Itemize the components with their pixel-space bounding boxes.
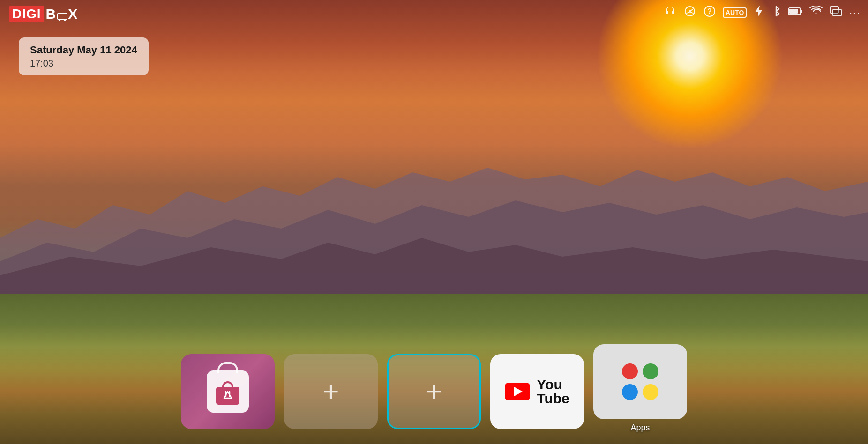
- svg-text:?: ?: [707, 7, 712, 15]
- help-icon[interactable]: ?: [703, 5, 716, 21]
- apps-dot-blue: [622, 384, 638, 400]
- logo: DIGI BX: [9, 6, 78, 22]
- bluetooth-icon[interactable]: [771, 5, 781, 21]
- datetime-time: 17:03: [30, 58, 137, 69]
- add-slot-1-wrapper[interactable]: +: [284, 354, 378, 429]
- dock-item-add-2[interactable]: +: [387, 354, 481, 433]
- battery-icon[interactable]: [788, 6, 803, 19]
- logo-box-text: BX: [46, 6, 79, 22]
- svg-rect-13: [216, 387, 239, 405]
- auto-icon[interactable]: AUTO: [723, 7, 747, 18]
- svg-rect-10: [789, 9, 798, 14]
- plus-symbol-1: +: [322, 377, 339, 406]
- datetime-date: Saturday May 11 2024: [30, 44, 137, 56]
- logo-x: X: [68, 6, 78, 22]
- apps-dot-green: [643, 363, 658, 379]
- apps-label: Apps: [630, 423, 650, 433]
- dock: + + You Tube: [0, 344, 868, 433]
- youtube-play-triangle: [514, 387, 523, 396]
- datetime-widget: Saturday May 11 2024 17:03: [19, 37, 149, 75]
- appstore-icon-wrapper[interactable]: [181, 354, 275, 429]
- apps-icon-wrapper[interactable]: [593, 344, 687, 419]
- svg-rect-12: [833, 9, 841, 16]
- dock-item-apps[interactable]: Apps: [593, 344, 687, 433]
- bolt-icon[interactable]: [753, 5, 764, 21]
- youtube-you-text: You: [537, 377, 569, 392]
- dock-item-appstore[interactable]: [181, 354, 275, 433]
- youtube-tube-text: Tube: [537, 392, 569, 406]
- logo-tv-icon: [57, 13, 67, 20]
- svg-line-5: [690, 9, 693, 11]
- dock-item-add-1[interactable]: +: [284, 354, 378, 433]
- wifi-icon[interactable]: [809, 6, 823, 19]
- apps-dot-red: [622, 363, 638, 379]
- add-slot-2-wrapper[interactable]: +: [387, 354, 481, 429]
- youtube-play-box: [505, 383, 530, 400]
- screen-icon[interactable]: [829, 6, 842, 20]
- svg-rect-9: [801, 10, 802, 13]
- youtube-icon-wrapper[interactable]: You Tube: [490, 354, 584, 429]
- status-bar: ? AUTO ···: [664, 5, 861, 21]
- speedometer-icon[interactable]: [683, 5, 696, 21]
- apps-dot-yellow: [643, 384, 658, 400]
- apps-grid: [618, 360, 662, 404]
- mountains: [0, 135, 868, 313]
- logo-digi-text: DIGI: [9, 6, 44, 22]
- headset-icon[interactable]: [664, 5, 677, 21]
- more-icon[interactable]: ···: [849, 6, 861, 20]
- logo-b: B: [46, 6, 57, 22]
- shopping-bag-icon: [207, 370, 249, 413]
- dock-item-youtube[interactable]: You Tube: [490, 354, 584, 433]
- plus-symbol-2: +: [426, 377, 442, 406]
